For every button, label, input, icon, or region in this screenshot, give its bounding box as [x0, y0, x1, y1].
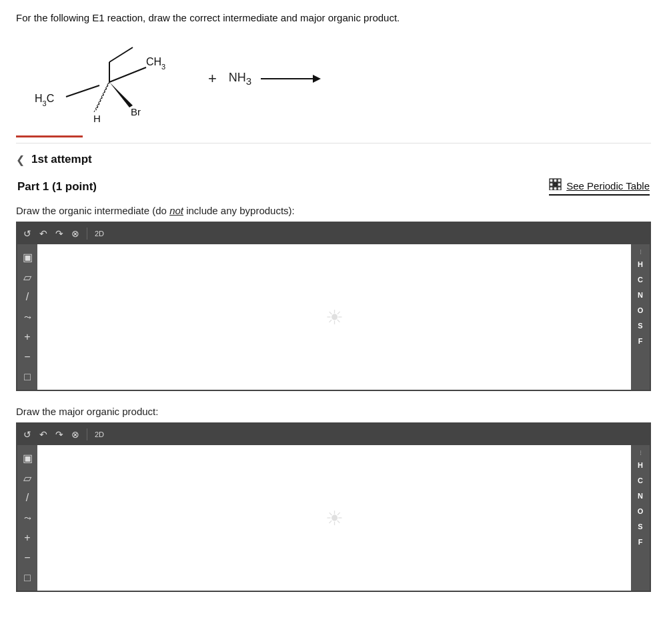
question-text: For the following E1 reaction, draw the … [16, 12, 651, 23]
draw-canvas-area-2[interactable]: ▣ ▱ / ⤳ + − □ ☀ ⁝ H C N [17, 445, 650, 591]
svg-line-3 [109, 67, 146, 82]
erase-tool-2[interactable]: ▱ [19, 469, 36, 487]
svg-line-6 [94, 83, 108, 112]
draw-toolbar-2: ↺ ↶ ↷ ⊗ 2D [17, 424, 650, 445]
svg-text:H: H [93, 113, 101, 122]
undo2-button-2[interactable]: ↶ [37, 428, 49, 440]
periodic-table-label[interactable]: See Periodic Table [566, 180, 650, 192]
canvas-placeholder-2: ☀ [325, 507, 344, 530]
svg-rect-17 [554, 183, 557, 186]
select-tool-1[interactable]: ▣ [19, 248, 36, 266]
element-O-1[interactable]: O [633, 304, 648, 317]
canvas-placeholder-1: ☀ [325, 306, 344, 329]
svg-marker-4 [109, 82, 133, 107]
zoom-in-1[interactable]: + [19, 328, 36, 346]
reaction-arrow [261, 71, 321, 87]
part-title: Part 1 (1 point) [17, 180, 97, 194]
element-dots-1: ⁝ [640, 248, 642, 256]
chain-tool-1[interactable]: ⤳ [19, 308, 36, 326]
svg-rect-21 [558, 187, 561, 190]
draw-product-container[interactable]: ↺ ↶ ↷ ⊗ 2D ▣ ▱ / ⤳ + − □ [16, 422, 651, 592]
element-H-2[interactable]: H [633, 458, 648, 472]
element-S-2[interactable]: S [633, 520, 648, 533]
draw-toolbar-1: ↺ ↶ ↷ ⊗ 2D [17, 223, 650, 244]
redo-button-2[interactable]: ↷ [53, 428, 65, 440]
draw-canvas-area-1[interactable]: ▣ ▱ / ⤳ + − □ ☀ ⁝ H C N [17, 244, 650, 390]
select-tool-2[interactable]: ▣ [19, 449, 36, 466]
svg-line-1 [66, 85, 99, 97]
chain-tool-2[interactable]: ⤳ [19, 509, 36, 527]
element-S-1[interactable]: S [633, 319, 648, 332]
periodic-table-link[interactable]: See Periodic Table [549, 178, 650, 196]
accent-bar [16, 135, 83, 137]
svg-marker-12 [313, 75, 321, 83]
attempt-title: 1st attempt [31, 153, 92, 166]
draw-left-sidebar-1: ▣ ▱ / ⤳ + − □ [17, 244, 37, 390]
erase-tool-1[interactable]: ▱ [19, 268, 36, 286]
zoom-out-2[interactable]: − [19, 549, 36, 567]
svg-rect-13 [550, 179, 553, 182]
svg-text:CH3: CH3 [146, 56, 165, 71]
template-1[interactable]: □ [19, 368, 36, 386]
undo-button-1[interactable]: ↺ [21, 228, 33, 240]
toolbar-sep-2 [87, 428, 87, 440]
element-F-1[interactable]: F [633, 334, 648, 348]
zoom-in-2[interactable]: + [19, 529, 36, 547]
reaction-area: H3C CH3 H Br + NH3 [16, 35, 651, 122]
draw-product-label: Draw the major organic product: [16, 406, 651, 417]
element-dots-2: ⁝ [640, 449, 642, 456]
element-O-2[interactable]: O [633, 505, 648, 518]
draw-main-canvas-2[interactable]: ☀ [37, 445, 631, 591]
element-H-1[interactable]: H [633, 258, 648, 271]
2d-button-2[interactable]: 2D [93, 430, 106, 439]
clear-button-2[interactable]: ⊗ [69, 428, 81, 440]
draw-intermediate-label: Draw the organic intermediate (do not in… [16, 205, 651, 216]
template-2[interactable]: □ [19, 569, 36, 587]
draw-right-sidebar-2: ⁝ H C N O S F [631, 445, 650, 591]
bond-tool-2[interactable]: / [19, 489, 36, 507]
draw-right-sidebar-1: ⁝ H C N O S F [631, 244, 650, 390]
element-F-2[interactable]: F [633, 535, 648, 549]
element-N-1[interactable]: N [633, 288, 648, 302]
draw-intermediate-container[interactable]: ↺ ↶ ↷ ⊗ 2D ▣ ▱ / ⤳ + − □ [16, 222, 651, 391]
molecule-structure: H3C CH3 H Br [23, 35, 196, 122]
2d-button-1[interactable]: 2D [93, 229, 106, 238]
clear-button-1[interactable]: ⊗ [69, 228, 81, 240]
toolbar-sep-1 [87, 228, 87, 240]
periodic-table-icon [549, 178, 562, 193]
collapse-chevron[interactable]: ❮ [16, 153, 25, 166]
reagent-area: NH3 [229, 71, 321, 87]
element-C-2[interactable]: C [633, 474, 648, 487]
svg-text:Br: Br [131, 106, 141, 117]
undo-button-2[interactable]: ↺ [21, 428, 33, 440]
svg-rect-16 [550, 183, 553, 186]
zoom-out-1[interactable]: − [19, 348, 36, 366]
draw-main-canvas-1[interactable]: ☀ [37, 244, 631, 390]
undo2-button-1[interactable]: ↶ [37, 228, 49, 240]
redo-button-1[interactable]: ↷ [53, 228, 65, 240]
svg-line-10 [109, 47, 133, 62]
svg-rect-14 [554, 179, 557, 182]
svg-rect-19 [550, 187, 553, 190]
element-C-1[interactable]: C [633, 273, 648, 286]
reagent-formula: NH3 [229, 71, 251, 87]
svg-rect-20 [554, 187, 557, 190]
element-N-2[interactable]: N [633, 489, 648, 503]
part-header: Part 1 (1 point) [16, 178, 651, 196]
svg-rect-18 [558, 183, 561, 186]
svg-text:H3C: H3C [35, 93, 54, 107]
attempt-section: ❮ 1st attempt Part 1 (1 point) [16, 143, 651, 592]
plus-sign: + [208, 70, 217, 87]
draw-left-sidebar-2: ▣ ▱ / ⤳ + − □ [17, 445, 37, 591]
bond-tool-1[interactable]: / [19, 288, 36, 306]
svg-rect-15 [558, 179, 561, 182]
